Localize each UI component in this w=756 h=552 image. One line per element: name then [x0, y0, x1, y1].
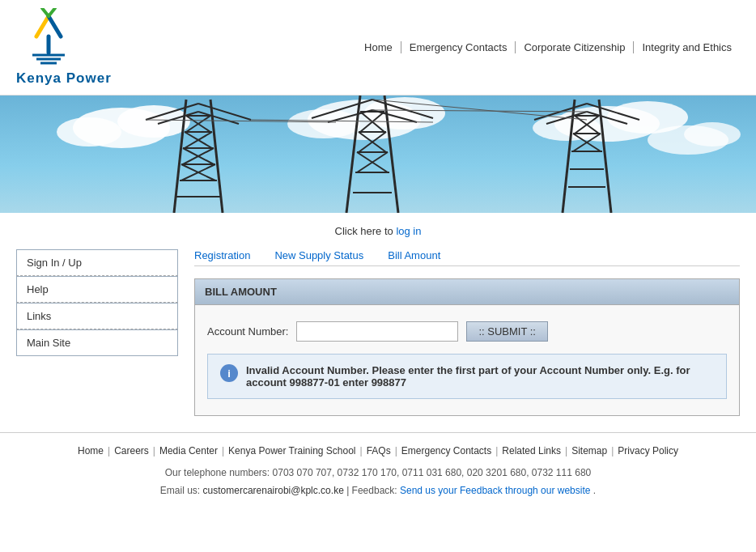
- login-link[interactable]: log in: [396, 225, 421, 237]
- info-box: i Invalid Account Number. Please enter t…: [207, 354, 727, 399]
- header: Kenya Power Home Emergency Contacts Corp…: [0, 0, 756, 96]
- login-prefix: Click here to: [335, 225, 397, 237]
- banner-svg: [0, 96, 756, 213]
- feedback-prefix: | Feedback:: [346, 485, 397, 496]
- nav: Home Emergency Contacts Corporate Citize…: [356, 41, 740, 53]
- bill-title: BILL AMOUNT: [195, 279, 739, 305]
- svg-point-19: [684, 122, 741, 146]
- bill-amount-tab[interactable]: Bill Amount: [388, 249, 440, 261]
- integrity-ethics-nav[interactable]: Integrity and Ethics: [634, 41, 740, 53]
- home-nav[interactable]: Home: [356, 41, 401, 53]
- account-row: Account Number: :: SUBMIT ::: [207, 321, 727, 342]
- account-label: Account Number:: [207, 325, 288, 338]
- emergency-contacts-nav[interactable]: Emergency Contacts: [401, 41, 516, 53]
- submit-button[interactable]: :: SUBMIT ::: [466, 321, 548, 342]
- svg-line-1: [49, 16, 61, 36]
- sidebar: Sign In / Up Help Links Main Site: [16, 249, 178, 416]
- footer-contact: Our telephone numbers: 0703 070 707, 073…: [16, 465, 740, 499]
- content-area: Registration New Supply Status Bill Amou…: [194, 249, 740, 416]
- links-sidebar[interactable]: Links: [16, 303, 178, 329]
- registration-tab[interactable]: Registration: [194, 249, 250, 261]
- logo-icon: [16, 8, 81, 69]
- email-link[interactable]: customercarenairobi@kplc.co.ke: [203, 485, 344, 496]
- tabs: Registration New Supply Status Bill Amou…: [194, 249, 740, 266]
- logo-area: Kenya Power: [16, 8, 112, 87]
- emergency-contacts-footer[interactable]: Emergency Contacts: [401, 445, 491, 456]
- banner: [0, 96, 756, 213]
- bill-box: BILL AMOUNT Account Number: :: SUBMIT ::…: [194, 278, 740, 416]
- sitemap-footer[interactable]: Sitemap: [571, 445, 607, 456]
- bill-body: Account Number: :: SUBMIT :: i Invalid A…: [195, 305, 739, 415]
- training-school-footer[interactable]: Kenya Power Training School: [228, 445, 355, 456]
- footer: Home | Careers | Media Center | Kenya Po…: [0, 432, 756, 507]
- main-site-sidebar[interactable]: Main Site: [16, 329, 178, 356]
- phone-label: Our telephone numbers:: [165, 467, 270, 478]
- email-label: Email us:: [160, 485, 200, 496]
- related-links-footer[interactable]: Related Links: [502, 445, 561, 456]
- signin-sidebar[interactable]: Sign In / Up: [16, 249, 178, 276]
- account-input[interactable]: [296, 321, 458, 342]
- main-content: Sign In / Up Help Links Main Site Regist…: [0, 249, 756, 432]
- home-footer[interactable]: Home: [78, 445, 104, 456]
- login-bar: Click here to log in: [0, 213, 756, 249]
- svg-line-7: [49, 8, 55, 16]
- careers-footer[interactable]: Careers: [114, 445, 149, 456]
- logo-text: Kenya Power: [16, 70, 112, 87]
- privacy-policy-footer[interactable]: Privacy Policy: [618, 445, 678, 456]
- svg-line-0: [36, 16, 49, 36]
- phone-numbers: 0703 070 707, 0732 170 170, 0711 031 680…: [273, 467, 592, 478]
- corporate-citizenship-nav[interactable]: Corporate Citizenship: [516, 41, 634, 53]
- footer-links: Home | Careers | Media Center | Kenya Po…: [16, 445, 740, 456]
- help-sidebar[interactable]: Help: [16, 276, 178, 303]
- feedback-link[interactable]: Send us your Feedback through our websit…: [400, 485, 590, 496]
- info-icon: i: [220, 364, 238, 382]
- info-text: Invalid Account Number. Please enter the…: [246, 364, 714, 389]
- faqs-footer[interactable]: FAQs: [367, 445, 391, 456]
- media-center-footer[interactable]: Media Center: [159, 445, 218, 456]
- new-supply-tab[interactable]: New Supply Status: [274, 249, 363, 261]
- svg-point-11: [57, 117, 121, 146]
